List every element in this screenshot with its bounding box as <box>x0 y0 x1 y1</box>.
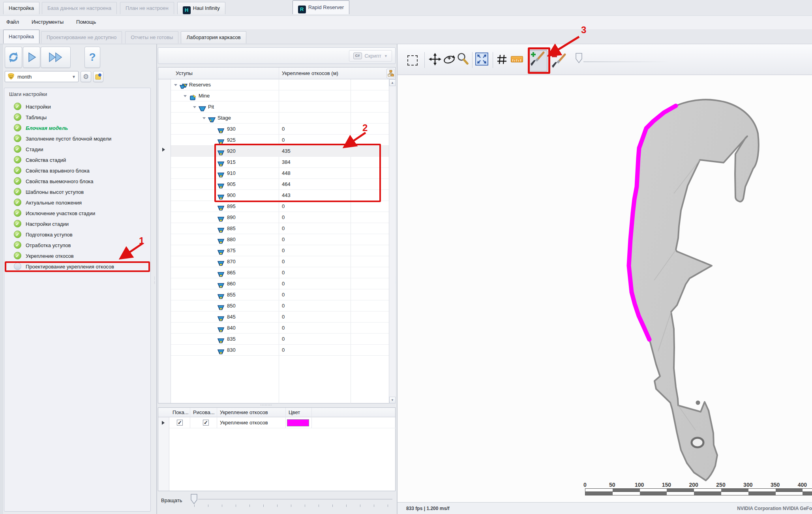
tree-row-Mine[interactable]: Mine <box>171 90 389 101</box>
reinforcement-value[interactable]: 0 <box>282 245 285 256</box>
scroll-down-icon[interactable]: ▼ <box>389 397 396 403</box>
zoom-fit-icon[interactable] <box>475 53 488 66</box>
viewport-3d[interactable]: 050100150200250300350400 <box>398 75 812 502</box>
step-item-8[interactable]: ✓Свойства выемочного блока <box>4 176 150 187</box>
settings-button[interactable]: ⚙ <box>81 71 91 82</box>
run-button[interactable] <box>23 47 40 68</box>
top-tab-2[interactable]: База данных не настроена <box>42 2 117 14</box>
help-button[interactable]: ? <box>84 47 100 68</box>
select-marquee-icon[interactable] <box>407 55 418 66</box>
notes-button[interactable] <box>93 71 103 82</box>
ruler-icon[interactable] <box>511 56 523 62</box>
tree-col-reinforcement[interactable]: Укрепление откосов (м) <box>282 68 338 79</box>
sub-tab-3[interactable]: Отчеты не готовы <box>125 31 178 43</box>
legend-col-draw[interactable]: Рисова... <box>193 408 215 417</box>
width-slider-track[interactable] <box>583 62 670 62</box>
expander-icon[interactable] <box>174 84 177 86</box>
legend-col-name[interactable]: Укрепление откосов <box>220 408 268 417</box>
erase-re_inforcement-icon[interactable] <box>551 52 566 70</box>
reinforcement-value[interactable]: 0 <box>282 201 285 212</box>
step-item-2[interactable]: ✓Таблицы <box>4 112 150 123</box>
reinforcement-value[interactable]: 0 <box>282 323 285 334</box>
legend-col-color[interactable]: Цвет <box>289 408 300 417</box>
width-slider-thumb[interactable] <box>575 53 583 64</box>
top-tab-1[interactable]: Настройка <box>3 2 39 14</box>
tree-row-880[interactable]: 8800 <box>171 234 389 245</box>
tree-row-885[interactable]: 8850 <box>171 223 389 234</box>
top-tab-3[interactable]: План не настроен <box>120 2 174 14</box>
sub-tab-1[interactable]: Настройка <box>3 30 39 43</box>
step-item-5[interactable]: ✓Стадии <box>4 144 150 155</box>
reinforcement-value[interactable]: 0 <box>282 334 285 345</box>
tree-row-Stage[interactable]: Stage <box>171 113 389 124</box>
tree-row-890[interactable]: 8900 <box>171 212 389 223</box>
menu-item-3[interactable]: Помощь <box>70 16 102 25</box>
step-item-1[interactable]: ✓Настройки <box>4 101 150 112</box>
left-splitter-grip[interactable] <box>0 44 3 514</box>
pan-icon[interactable] <box>429 53 441 66</box>
step-item-15[interactable]: ✓Укрепление откосов <box>4 251 150 261</box>
run-all-button[interactable] <box>41 47 71 68</box>
step-item-6[interactable]: ✓Свойства стадий <box>4 155 150 165</box>
tree-row-860[interactable]: 8600 <box>171 278 389 289</box>
reinforcement-value[interactable]: 0 <box>282 223 285 234</box>
tree-row-845[interactable]: 8450 <box>171 311 389 323</box>
tree-row-830[interactable]: 8300 <box>171 345 389 356</box>
top-tab-5[interactable]: RRapid Reserver <box>293 0 349 14</box>
tree-row-840[interactable]: 8400 <box>171 323 389 334</box>
reinforcement-value[interactable]: 0 <box>282 289 285 300</box>
reinforcement-value[interactable]: 0 <box>282 345 285 356</box>
refresh-button[interactable] <box>5 47 22 68</box>
reinforcement-value[interactable]: 0 <box>282 267 285 278</box>
splitter-grip[interactable]: …… <box>154 276 158 285</box>
step-item-3[interactable]: ✓Блочная модель <box>4 123 150 133</box>
script-button[interactable]: C# Скрипт ▼ <box>349 50 392 62</box>
tree-row-Pit[interactable]: Pit <box>171 101 389 113</box>
tree-scrollbar[interactable]: ▲ ▼ <box>389 79 396 403</box>
reinforcement-value[interactable]: 0 <box>282 256 285 267</box>
orbit-icon[interactable] <box>442 53 456 66</box>
step-item-7[interactable]: ✓Свойства взрывного блока <box>4 165 150 176</box>
step-item-9[interactable]: ✓Шаблоны высот уступов <box>4 187 150 197</box>
reinforcement-value[interactable]: 0 <box>282 278 285 289</box>
period-select[interactable]: month ▼ <box>5 71 79 82</box>
rotate-slider-track[interactable] <box>198 499 392 499</box>
sub-tab-4[interactable]: Лаборатория каркасов <box>181 31 246 43</box>
sub-tab-2[interactable]: Проектирование не доступно <box>41 31 122 43</box>
step-item-11[interactable]: ✓Исключение участков стадии <box>4 208 150 219</box>
expander-icon[interactable] <box>193 106 196 108</box>
top-tab-4[interactable]: HHaul Infinity <box>177 2 225 14</box>
color-swatch[interactable] <box>287 419 309 426</box>
menu-item-1[interactable]: Файл <box>0 16 25 25</box>
reinforcement-value[interactable]: 0 <box>282 212 285 223</box>
tree-col-benches[interactable]: Уступы <box>176 68 193 79</box>
show-checkbox[interactable]: ✓ <box>177 420 183 426</box>
tree-row-855[interactable]: 8550 <box>171 289 389 300</box>
tree-row-850[interactable]: 8500 <box>171 300 389 311</box>
step-item-10[interactable]: ✓Актуальные положения <box>4 197 150 208</box>
tree-row-865[interactable]: 8650 <box>171 267 389 278</box>
grid-icon[interactable] <box>497 54 507 65</box>
tree-row-870[interactable]: 8700 <box>171 256 389 267</box>
step-item-13[interactable]: ✓Подготовка уступов <box>4 229 150 240</box>
tree-row-895[interactable]: 8950 <box>171 201 389 212</box>
expander-icon[interactable] <box>184 95 187 97</box>
draw-checkbox[interactable]: ✓ <box>203 420 209 426</box>
reinforcement-value[interactable]: 0 <box>282 234 285 245</box>
reinforcement-value[interactable]: 0 <box>282 311 285 323</box>
hierarchy-view-button[interactable] <box>386 69 394 78</box>
tree-row-835[interactable]: 8350 <box>171 334 389 345</box>
step-item-12[interactable]: ✓Настройки стадии <box>4 219 150 229</box>
zoom-icon[interactable] <box>456 52 469 66</box>
legend-row[interactable]: ✓✓Укрепление откосов <box>169 417 396 428</box>
tree-row-875[interactable]: 8750 <box>171 245 389 256</box>
menu-item-2[interactable]: Инструменты <box>25 16 70 25</box>
reinforcement-value[interactable]: 0 <box>282 300 285 311</box>
tree-row-930[interactable]: 9300 <box>171 124 389 135</box>
scroll-up-icon[interactable]: ▲ <box>389 79 396 86</box>
tree-row-Reserves[interactable]: Reserves <box>171 79 389 90</box>
step-item-4[interactable]: ✓Заполнение пустот блочной модели <box>4 133 150 144</box>
reinforcement-value[interactable]: 0 <box>282 124 285 135</box>
legend-col-show[interactable]: Пока... <box>173 408 189 417</box>
step-item-14[interactable]: ✓Отработка уступов <box>4 240 150 251</box>
